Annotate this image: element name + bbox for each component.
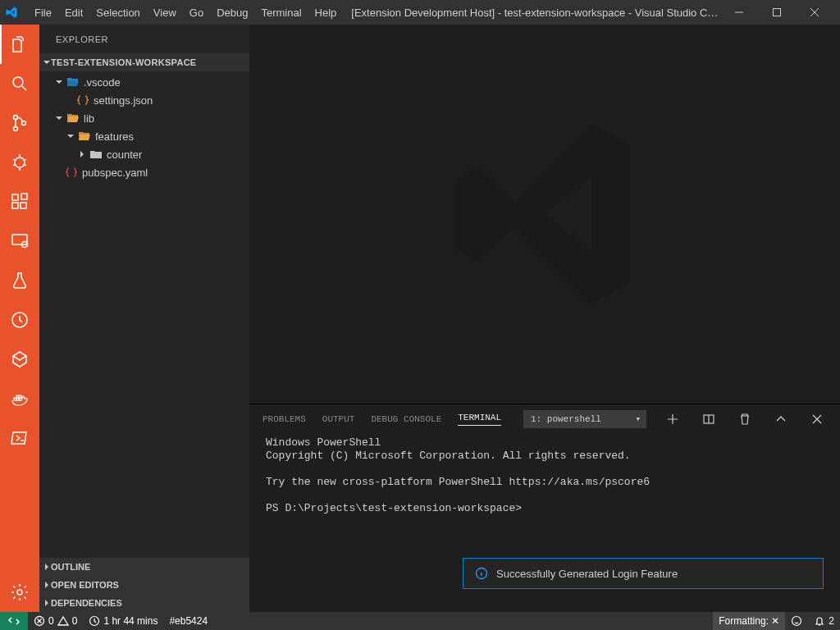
tab-problems[interactable]: PROBLEMS	[262, 414, 306, 424]
panel-maximize-button[interactable]	[771, 413, 791, 426]
collapsible-open-editors[interactable]: OPEN EDITORS	[39, 576, 249, 594]
collapsible-label: DEPENDENCIES	[51, 598, 122, 608]
menu-edit[interactable]: Edit	[58, 3, 89, 22]
activity-docker-icon[interactable]	[0, 379, 39, 418]
svg-rect-0	[774, 9, 781, 16]
tab-debug-console[interactable]: DEBUG CONSOLE	[371, 414, 441, 424]
svg-rect-10	[12, 235, 27, 244]
menu-go[interactable]: Go	[183, 3, 210, 22]
svg-rect-7	[12, 203, 18, 208]
welcome-background	[249, 25, 840, 404]
activity-debug-icon[interactable]	[0, 143, 39, 182]
minimize-button[interactable]	[720, 0, 758, 25]
tree-file-pubspec[interactable]: pubspec.yaml	[39, 163, 249, 181]
vscode-logo-icon	[5, 6, 18, 19]
tree-label: .vscode	[84, 76, 121, 89]
menu-file[interactable]: File	[28, 3, 58, 22]
maximize-button[interactable]	[758, 0, 796, 25]
tree-folder-lib[interactable]: lib	[39, 109, 249, 127]
dropdown-caret-icon: ▾	[635, 413, 641, 424]
status-formatting[interactable]: Formatting: ✕	[713, 612, 785, 630]
activity-timeline-icon[interactable]	[0, 300, 39, 340]
activity-remote-icon[interactable]	[0, 221, 39, 261]
tree-label: counter	[107, 148, 142, 161]
menu-help[interactable]: Help	[308, 3, 344, 22]
status-git-branch[interactable]: #eb5424	[163, 612, 213, 630]
chevron-right-icon	[75, 150, 89, 158]
yaml-file-icon	[64, 167, 79, 178]
json-file-icon	[75, 94, 90, 106]
activity-extensions-icon[interactable]	[0, 182, 39, 221]
folder-icon	[89, 148, 103, 160]
time-text: 1 hr 44 mins	[103, 615, 158, 627]
folder-open-icon	[77, 130, 92, 142]
editor-area: PROBLEMS OUTPUT DEBUG CONSOLE TERMINAL 1…	[249, 25, 840, 612]
notification-count: 2	[829, 615, 834, 627]
panel-tab-bar: PROBLEMS OUTPUT DEBUG CONSOLE TERMINAL 1…	[249, 404, 840, 433]
menu-selection[interactable]: Selection	[89, 3, 146, 22]
activity-explorer-icon[interactable]	[0, 25, 39, 64]
menu-debug[interactable]: Debug	[210, 3, 254, 22]
tree-label: lib	[84, 112, 94, 125]
tree-label: settings.json	[94, 94, 153, 107]
status-bar: 0 0 1 hr 44 mins #eb5424 Formatting: ✕ 2	[0, 612, 840, 630]
tree-folder-counter[interactable]: counter	[39, 145, 249, 163]
folder-open-icon	[66, 76, 80, 88]
svg-point-18	[17, 590, 22, 595]
menu-view[interactable]: View	[147, 3, 183, 22]
svg-point-1	[13, 77, 23, 87]
svg-point-4	[22, 121, 26, 126]
menu-terminal[interactable]: Terminal	[254, 3, 308, 22]
warning-count: 0	[72, 615, 78, 627]
error-count: 0	[48, 615, 54, 627]
chevron-down-icon	[43, 58, 51, 66]
split-terminal-button[interactable]	[699, 413, 719, 426]
svg-point-5	[15, 158, 25, 167]
tree-file-settings[interactable]: settings.json	[39, 91, 249, 109]
info-icon	[475, 567, 488, 580]
workspace-label: TEST-EXTENSION-WORKSPACE	[51, 57, 197, 67]
new-terminal-button[interactable]	[663, 413, 682, 426]
activity-source-control-icon[interactable]	[0, 103, 39, 143]
chevron-down-icon	[64, 132, 77, 140]
tab-terminal[interactable]: TERMINAL	[458, 413, 501, 426]
close-button[interactable]	[796, 0, 833, 25]
status-notifications[interactable]: 2	[808, 612, 840, 630]
menu-bar: File Edit Selection View Go Debug Termin…	[28, 3, 343, 22]
collapsible-outline[interactable]: OUTLINE	[39, 558, 249, 576]
notification-toast[interactable]: Successfully Generated Login Feature	[463, 558, 824, 589]
title-bar: File Edit Selection View Go Debug Termin…	[0, 0, 840, 25]
terminal-select[interactable]: 1: powershell ▾	[523, 410, 646, 428]
terminal-select-label: 1: powershell	[531, 414, 601, 424]
activity-powershell-icon[interactable]	[0, 418, 39, 458]
svg-point-23	[792, 617, 801, 626]
tab-output[interactable]: OUTPUT	[322, 414, 355, 424]
tree-folder-vscode[interactable]: .vscode	[39, 73, 249, 91]
toast-text: Successfully Generated Login Feature	[496, 568, 678, 580]
collapsible-dependencies[interactable]: DEPENDENCIES	[39, 594, 249, 612]
kill-terminal-button[interactable]	[735, 413, 755, 426]
formatting-text: Formatting: ✕	[719, 615, 779, 627]
status-time[interactable]: 1 hr 44 mins	[83, 612, 163, 630]
svg-rect-9	[21, 194, 27, 199]
activity-test-icon[interactable]	[0, 261, 39, 300]
tree-folder-features[interactable]: features	[39, 127, 249, 145]
svg-point-3	[14, 127, 18, 131]
activity-bar	[0, 25, 39, 612]
explorer-sidebar: EXPLORER TEST-EXTENSION-WORKSPACE .vscod…	[39, 25, 249, 612]
activity-search-icon[interactable]	[0, 64, 39, 103]
collapsible-label: OPEN EDITORS	[51, 580, 119, 590]
panel-close-button[interactable]	[807, 413, 827, 425]
svg-point-2	[14, 116, 18, 120]
file-tree: .vscode settings.json lib features count…	[39, 71, 249, 183]
status-problems[interactable]: 0 0	[28, 612, 83, 630]
status-feedback[interactable]	[785, 612, 808, 630]
activity-settings-icon[interactable]	[0, 573, 39, 612]
tree-label: features	[95, 130, 134, 143]
svg-rect-17	[19, 395, 21, 398]
workspace-header[interactable]: TEST-EXTENSION-WORKSPACE	[39, 53, 249, 71]
remote-indicator[interactable]	[0, 612, 28, 630]
chevron-right-icon	[43, 581, 51, 589]
activity-bookmark-icon[interactable]	[0, 340, 39, 379]
vscode-watermark-icon	[438, 107, 651, 321]
